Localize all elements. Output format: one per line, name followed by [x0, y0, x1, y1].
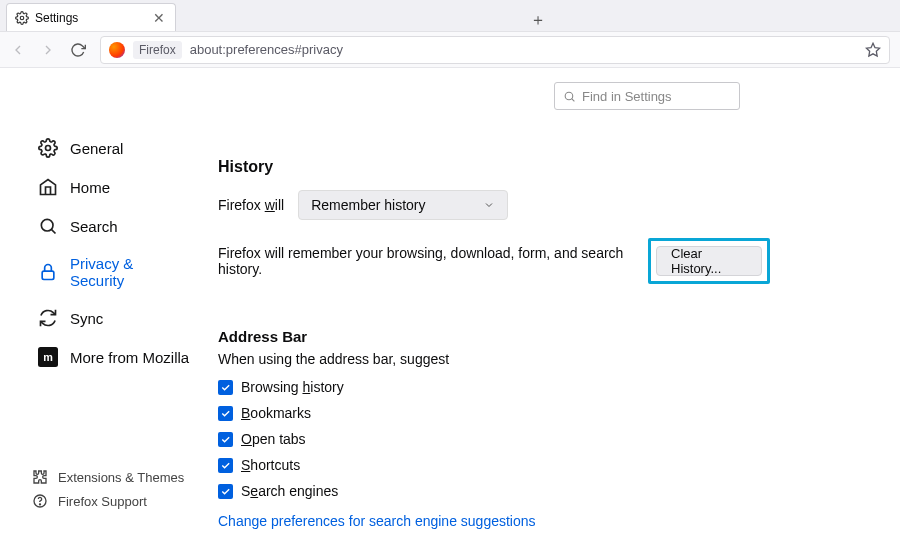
close-icon[interactable]: ✕ [151, 10, 167, 26]
checkbox-checked-icon [218, 484, 233, 499]
help-icon [32, 493, 48, 509]
bookmark-star-icon[interactable] [865, 42, 881, 58]
settings-sidebar: General Home Search Privacy & Security S… [0, 82, 210, 529]
checkbox-label: Bookmarks [241, 405, 311, 421]
history-heading: History [218, 158, 770, 176]
sync-icon [38, 308, 58, 328]
newtab-area: ＋ [176, 10, 900, 31]
suggest-search-engines[interactable]: Search engines [218, 483, 770, 499]
tab-title: Settings [35, 11, 145, 25]
sidebar-item-label: Sync [70, 310, 103, 327]
svg-point-2 [46, 146, 51, 151]
reload-button[interactable] [70, 42, 86, 58]
checkbox-checked-icon [218, 458, 233, 473]
new-tab-button[interactable]: ＋ [530, 10, 546, 31]
checkbox-label: Search engines [241, 483, 338, 499]
clear-history-highlight: Clear History... [648, 238, 770, 284]
settings-pane: History Firefox will Remember history Fi… [210, 120, 770, 529]
sidebar-item-more-mozilla[interactable]: m More from Mozilla [32, 339, 196, 375]
find-in-settings-input[interactable]: Find in Settings [554, 82, 740, 110]
svg-marker-1 [866, 43, 879, 56]
checkbox-label: Open tabs [241, 431, 306, 447]
svg-rect-4 [42, 271, 54, 279]
addressbar-heading: Address Bar [218, 328, 770, 345]
checkbox-checked-icon [218, 380, 233, 395]
sidebar-item-label: Home [70, 179, 110, 196]
tab-strip: Settings ✕ ＋ [0, 0, 900, 32]
checkbox-label: Shortcuts [241, 457, 300, 473]
search-engine-prefs-link[interactable]: Change preferences for search engine sug… [218, 513, 536, 529]
addressbar-desc: When using the address bar, suggest [218, 351, 770, 367]
history-will-label: Firefox will [218, 197, 284, 213]
mozilla-icon: m [38, 347, 58, 367]
sidebar-firefox-support[interactable]: Firefox Support [32, 493, 184, 509]
history-description: Firefox will remember your browsing, dow… [218, 245, 628, 277]
chevron-down-icon [483, 199, 495, 211]
puzzle-icon [32, 469, 48, 485]
search-placeholder: Find in Settings [582, 89, 672, 104]
svg-text:m: m [43, 351, 53, 363]
sidebar-bottom-label: Extensions & Themes [58, 470, 184, 485]
firefox-icon [109, 42, 125, 58]
checkbox-checked-icon [218, 406, 233, 421]
svg-point-9 [565, 92, 573, 100]
sidebar-item-label: Privacy & Security [70, 255, 190, 289]
sidebar-item-home[interactable]: Home [32, 169, 196, 205]
sidebar-item-label: More from Mozilla [70, 349, 189, 366]
home-icon [38, 177, 58, 197]
back-button[interactable] [10, 42, 26, 58]
url-bar[interactable]: Firefox about:preferences#privacy [100, 36, 890, 64]
checkbox-label: Browsing history [241, 379, 344, 395]
sidebar-extensions-themes[interactable]: Extensions & Themes [32, 469, 184, 485]
suggest-browsing-history[interactable]: Browsing history [218, 379, 770, 395]
settings-content: General Home Search Privacy & Security S… [0, 68, 900, 529]
suggest-bookmarks[interactable]: Bookmarks [218, 405, 770, 421]
browser-tab-settings[interactable]: Settings ✕ [6, 3, 176, 31]
sidebar-item-label: General [70, 140, 123, 157]
gear-icon [15, 11, 29, 25]
svg-point-0 [20, 16, 24, 20]
suggest-shortcuts[interactable]: Shortcuts [218, 457, 770, 473]
search-icon [563, 90, 576, 103]
select-value: Remember history [311, 197, 425, 213]
sidebar-item-privacy[interactable]: Privacy & Security [32, 247, 196, 297]
gear-icon [38, 138, 58, 158]
svg-point-8 [39, 504, 40, 505]
sidebar-item-label: Search [70, 218, 118, 235]
url-text: about:preferences#privacy [190, 42, 343, 57]
lock-icon [38, 262, 58, 282]
checkbox-checked-icon [218, 432, 233, 447]
clear-history-button[interactable]: Clear History... [656, 246, 762, 276]
forward-button[interactable] [40, 42, 56, 58]
svg-point-3 [41, 219, 53, 231]
sidebar-bottom-label: Firefox Support [58, 494, 147, 509]
history-mode-select[interactable]: Remember history [298, 190, 508, 220]
sidebar-item-sync[interactable]: Sync [32, 300, 196, 336]
url-identity: Firefox [133, 41, 182, 59]
search-icon [38, 216, 58, 236]
sidebar-item-search[interactable]: Search [32, 208, 196, 244]
sidebar-item-general[interactable]: General [32, 130, 196, 166]
toolbar: Firefox about:preferences#privacy [0, 32, 900, 68]
suggest-open-tabs[interactable]: Open tabs [218, 431, 770, 447]
